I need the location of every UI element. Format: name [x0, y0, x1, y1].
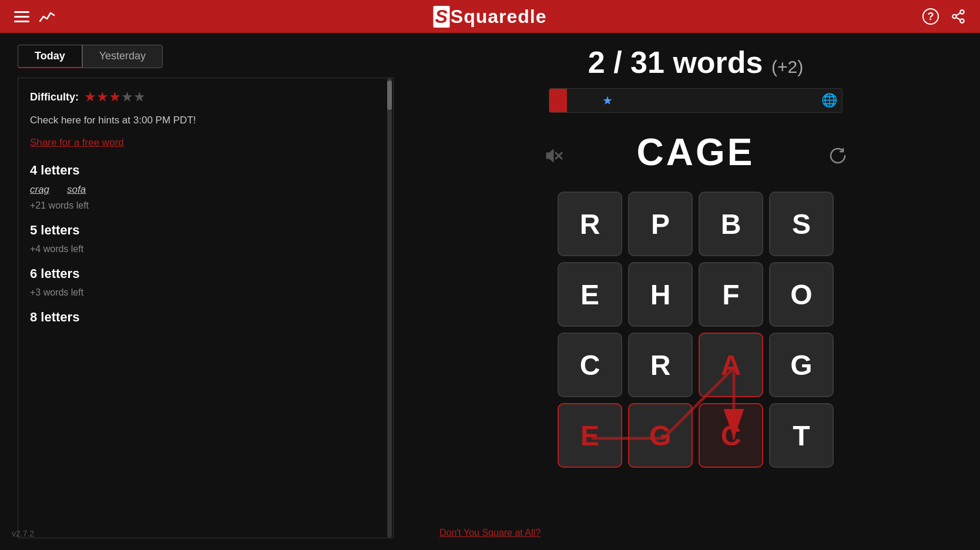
star-5: ★	[134, 90, 145, 104]
cell-0-1[interactable]: P	[628, 192, 693, 256]
star-1: ★	[85, 90, 95, 104]
main-content: Today Yesterday Difficulty: ★ ★ ★ ★ ★ Ch…	[0, 33, 980, 550]
share-icon[interactable]	[951, 9, 966, 24]
scroll-area[interactable]: Difficulty: ★ ★ ★ ★ ★ Check here for hin…	[18, 78, 394, 538]
section-title-8: 8 letters	[30, 310, 381, 325]
bonus-count: (+2)	[771, 57, 803, 76]
current-word-display: CAGE	[637, 130, 755, 174]
section-title-6: 6 letters	[30, 266, 381, 281]
progress-bar: ★ 🌐	[549, 88, 843, 113]
left-panel: Today Yesterday Difficulty: ★ ★ ★ ★ ★ Ch…	[0, 33, 411, 550]
star-2: ★	[97, 90, 108, 104]
word-crag: crag	[30, 184, 49, 196]
cell-1-1[interactable]: H	[628, 262, 693, 327]
cell-3-3[interactable]: T	[769, 403, 834, 468]
letter-grid-wrapper: R P B S E H F O C R A G E G C T	[558, 192, 834, 468]
section-4-letters: 4 letters crag sofa +21 words left	[30, 163, 381, 211]
cell-1-2[interactable]: F	[699, 262, 763, 327]
words-total: 31	[630, 45, 664, 79]
share-free-word-link[interactable]: Share for a free word	[30, 137, 124, 149]
cell-0-3[interactable]: S	[769, 192, 834, 256]
difficulty-label: Difficulty:	[30, 91, 79, 103]
words-separator: /	[613, 45, 630, 79]
hamburger-menu-icon[interactable]	[14, 11, 29, 22]
word-display-row: CAGE	[543, 130, 848, 186]
cell-2-0[interactable]: C	[558, 333, 622, 397]
cell-3-1[interactable]: G	[628, 403, 693, 468]
svg-line-4	[956, 13, 960, 15]
word-sofa: sofa	[67, 184, 86, 196]
section-8-letters: 8 letters	[30, 310, 381, 325]
cell-2-2[interactable]: A	[699, 333, 763, 397]
words-left-4: +21 words left	[30, 200, 381, 211]
header-left	[14, 8, 55, 25]
cell-0-2[interactable]: B	[699, 192, 763, 256]
svg-point-0	[960, 10, 964, 14]
tab-today[interactable]: Today	[18, 45, 82, 68]
words-left-5: +4 words left	[30, 244, 381, 254]
svg-point-2	[960, 19, 964, 23]
hint-text: Check here for hints at 3:00 PM PDT!	[30, 115, 381, 126]
cell-0-0[interactable]: R	[558, 192, 622, 256]
tabs: Today Yesterday	[18, 45, 394, 68]
letter-grid: R P B S E H F O C R A G E G C T	[558, 192, 834, 468]
difficulty-row: Difficulty: ★ ★ ★ ★ ★	[30, 90, 381, 104]
words-found: 2	[588, 45, 605, 79]
section-5-letters: 5 letters +4 words left	[30, 223, 381, 254]
section-title-5: 5 letters	[30, 223, 381, 238]
right-panel: 2 / 31 words (+2) ★ 🌐 CAGE	[411, 33, 980, 550]
help-button[interactable]: ?	[922, 8, 939, 25]
section-title-4: 4 letters	[30, 163, 381, 178]
cell-1-0[interactable]: E	[558, 262, 622, 327]
word-list-4: crag sofa	[30, 184, 381, 196]
version-label: v2.7.2	[12, 529, 34, 538]
cell-1-3[interactable]: O	[769, 262, 834, 327]
bottom-link[interactable]: Don't You Square at All?	[439, 528, 541, 538]
svg-line-3	[956, 18, 960, 20]
section-6-letters: 6 letters +3 words left	[30, 266, 381, 298]
star-4: ★	[122, 90, 132, 104]
tab-yesterday[interactable]: Yesterday	[82, 45, 163, 68]
progress-fill	[549, 89, 567, 112]
scrollbar-track[interactable]	[387, 78, 392, 538]
words-left-6: +3 words left	[30, 287, 381, 298]
scrollbar-thumb[interactable]	[387, 81, 392, 110]
app-title: SSquaredle	[433, 6, 546, 28]
mute-button[interactable]	[543, 145, 564, 171]
cell-2-3[interactable]: G	[769, 333, 834, 397]
refresh-button[interactable]	[827, 145, 848, 171]
progress-globe-icon: 🌐	[821, 93, 837, 108]
cell-3-0[interactable]: E	[558, 403, 622, 468]
header: SSquaredle ?	[0, 0, 980, 33]
progress-star-icon: ★	[602, 93, 613, 108]
word-count: 2 / 31 words (+2)	[588, 45, 803, 80]
difficulty-stars: ★ ★ ★ ★ ★	[85, 90, 145, 104]
words-label: words	[673, 45, 771, 79]
cell-3-2[interactable]: C	[699, 403, 763, 468]
cell-2-1[interactable]: R	[628, 333, 693, 397]
star-3: ★	[109, 90, 120, 104]
svg-point-1	[952, 15, 956, 19]
header-right: ?	[922, 8, 966, 25]
stats-icon[interactable]	[39, 8, 55, 25]
